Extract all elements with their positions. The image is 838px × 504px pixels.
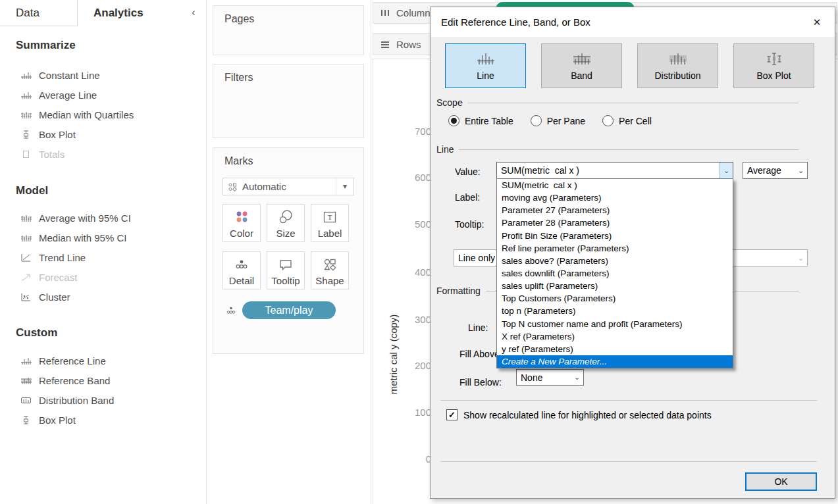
radio-selected-icon — [448, 115, 459, 126]
y-tick: 400 — [400, 266, 431, 278]
color-button[interactable]: Color — [223, 204, 261, 242]
item-label: Trend Line — [39, 252, 86, 263]
shape-button[interactable]: Shape — [311, 251, 349, 290]
analytics-item-box-plot[interactable]: Box Plot — [0, 124, 207, 144]
dropdown-item[interactable]: Profit Bin Size (Parameters) — [497, 230, 733, 242]
analytics-item-cluster[interactable]: Cluster — [0, 287, 207, 307]
scope-per-pane-radio[interactable]: Per Pane — [531, 115, 585, 126]
analytics-item-trend-line[interactable]: Trend Line — [0, 247, 207, 267]
scope-entire-table-radio[interactable]: Entire Table — [448, 115, 513, 126]
scope-per-cell-radio[interactable]: Per Cell — [602, 115, 652, 126]
shape-label: Shape — [315, 275, 344, 286]
distribution-type-icon — [668, 51, 689, 66]
recalc-checkbox-label: Show recalculated line for highlighted o… — [463, 410, 712, 420]
analytics-item-average-ci[interactable]: Average with 95% CI — [0, 208, 207, 228]
analytics-item-median-quartiles[interactable]: Median with Quartiles — [0, 105, 207, 124]
dropdown-item[interactable]: Ref line perameter (Parameters) — [497, 242, 733, 255]
dropdown-item[interactable]: y ref (Parameters) — [497, 343, 733, 355]
color-icon — [234, 209, 249, 225]
dropdown-item[interactable]: SUM(metric cal x ) — [497, 179, 733, 191]
item-label: Reference Band — [39, 375, 110, 386]
formatting-group-title: Formatting — [436, 286, 481, 296]
y-tick: 0 — [400, 453, 431, 465]
divider — [459, 149, 799, 150]
marks-card: Marks Automatic ▾ Color Size T Label Det… — [213, 147, 364, 354]
tooltip-icon — [278, 257, 294, 272]
section-custom-items: Reference Line Reference Band Distributi… — [0, 351, 207, 430]
value-combo-chevron-icon[interactable]: ⌄ — [720, 163, 733, 178]
analytics-item-reference-band[interactable]: Reference Band — [0, 370, 207, 390]
dropdown-item[interactable]: sales downlift (Parameters) — [497, 267, 733, 280]
dropdown-item-create-new-parameter[interactable]: Create a New Parameter... — [497, 355, 733, 368]
totals-icon — [20, 149, 32, 159]
dropdown-item[interactable]: Top N customer name and profit (Paramete… — [497, 318, 733, 330]
section-title: Custom — [0, 324, 207, 341]
mark-type-dropdown[interactable]: Automatic ▾ — [223, 178, 354, 195]
svg-text:T: T — [328, 213, 332, 221]
tab-data[interactable]: Data — [0, 0, 78, 26]
tooltip-button[interactable]: Tooltip — [267, 251, 305, 290]
filters-shelf[interactable]: Filters — [213, 64, 364, 138]
reference-type-row: Line Band Distribution Box Plot — [445, 43, 814, 88]
dropdown-item[interactable]: Top Customers (Parameters) — [497, 292, 733, 305]
analytics-item-average-line[interactable]: Average Line — [0, 85, 207, 105]
pages-shelf[interactable]: Pages — [213, 5, 364, 55]
y-tick: 500 — [400, 218, 431, 230]
analytics-item-median-ci[interactable]: Median with 95% CI — [0, 228, 207, 247]
section-summarize: Summarize — [0, 37, 207, 54]
detail-mini-icon — [226, 305, 236, 316]
item-label: Median with 95% CI — [39, 232, 126, 243]
dropdown-item[interactable]: Parameter 27 (Parameters) — [497, 204, 733, 216]
type-line-button[interactable]: Line — [445, 43, 526, 88]
aggregation-value: Average — [743, 165, 795, 176]
constant-line-icon — [20, 70, 32, 80]
aggregation-combo[interactable]: Average ⌄ — [743, 162, 808, 179]
radio-icon — [602, 115, 614, 126]
analytics-pane: Data Analytics ‹ Summarize Constant Line… — [0, 0, 207, 504]
item-label: Average with 95% CI — [39, 213, 131, 224]
team-play-pill[interactable]: Team/play — [242, 301, 336, 319]
dropdown-item[interactable]: sales uplift (Parameters) — [497, 280, 733, 292]
filters-label: Filters — [213, 64, 363, 84]
detail-button[interactable]: Detail — [223, 251, 261, 290]
y-tick: 600 — [400, 172, 431, 183]
line-group-header: Line — [436, 144, 817, 155]
automatic-mark-icon — [228, 182, 237, 191]
checkbox-checked-icon[interactable]: ✓ — [446, 409, 458, 420]
box-plot-icon — [20, 130, 32, 139]
analytics-item-reference-line[interactable]: Reference Line — [0, 351, 207, 370]
collapse-pane-icon[interactable]: ‹ — [188, 0, 199, 26]
close-icon[interactable]: ✕ — [803, 7, 831, 37]
dropdown-item[interactable]: sales above? (Parameters) — [497, 255, 733, 267]
dropdown-item[interactable]: moving avg (Parameters) — [497, 191, 733, 204]
label-label: Label — [318, 228, 342, 239]
item-label: Box Plot — [39, 129, 76, 140]
analytics-item-constant-line[interactable]: Constant Line — [0, 65, 207, 85]
value-combo[interactable]: SUM(metric cal x ) ⌄ — [496, 162, 733, 179]
y-axis-title: metric cal y (copy) — [388, 256, 399, 453]
analytics-item-custom-box-plot[interactable]: Box Plot — [0, 410, 207, 430]
tab-analytics[interactable]: Analytics — [78, 0, 144, 26]
fill-below-combo[interactable]: None ⌄ — [516, 369, 584, 386]
item-label: Totals — [39, 149, 65, 160]
type-box-plot-button[interactable]: Box Plot — [733, 43, 814, 88]
pane-tabbar: Data Analytics ‹ — [0, 0, 206, 26]
marks-pill-row: Team/play — [223, 301, 336, 319]
detail-icon — [234, 257, 249, 272]
detail-label: Detail — [229, 275, 254, 286]
dropdown-item[interactable]: top n (Parameters) — [497, 305, 733, 317]
size-button[interactable]: Size — [267, 204, 305, 242]
analytics-item-distribution-band[interactable]: Distribution Band — [0, 390, 207, 410]
ok-button[interactable]: OK — [745, 472, 817, 491]
label-button[interactable]: T Label — [311, 204, 349, 242]
type-band-button[interactable]: Band — [541, 43, 622, 88]
edit-reference-line-dialog: Edit Reference Line, Band, or Box ✕ Line… — [430, 7, 835, 499]
item-label: Box Plot — [39, 415, 76, 426]
type-distribution-button[interactable]: Distribution — [637, 43, 718, 88]
box-plot-icon — [20, 415, 32, 425]
type-label: Line — [477, 70, 494, 81]
dropdown-item[interactable]: X ref (Parameters) — [497, 330, 733, 343]
cluster-icon — [20, 292, 32, 302]
dropdown-item[interactable]: Parameter 28 (Parameters) — [497, 216, 733, 229]
type-label: Band — [571, 70, 592, 81]
